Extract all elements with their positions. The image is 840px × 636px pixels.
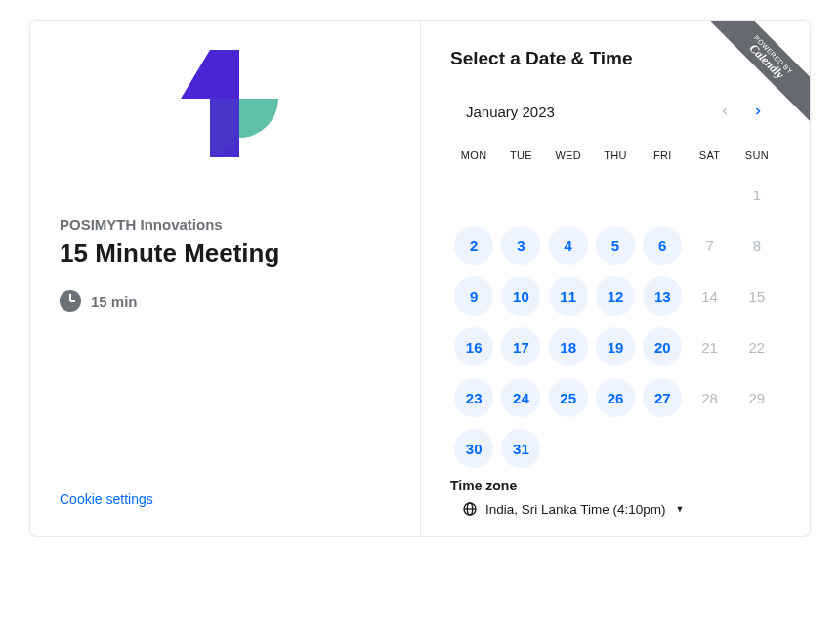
logo-box [30, 21, 420, 191]
day-cell: 1 [734, 173, 780, 216]
week-row: 3031 [450, 427, 780, 470]
company-logo-icon [167, 42, 284, 169]
meeting-title: 15 Minute Meeting [60, 238, 391, 269]
available-date-button[interactable]: 10 [501, 276, 540, 316]
day-cell: 2 [450, 224, 497, 267]
cookie-settings-link[interactable]: Cookie settings [60, 472, 391, 517]
available-date-button[interactable]: 4 [549, 226, 588, 265]
week-row: 9101112131415 [450, 275, 780, 318]
unavailable-date: 7 [691, 226, 730, 265]
unavailable-date: 28 [691, 378, 730, 417]
available-date-button[interactable]: 16 [454, 327, 493, 366]
day-cell: 10 [497, 275, 544, 318]
available-date-button[interactable]: 11 [549, 276, 588, 316]
day-cell: 5 [592, 224, 639, 267]
day-cell: 6 [639, 224, 686, 267]
next-month-button[interactable] [741, 95, 775, 128]
day-cell: 23 [450, 376, 497, 419]
duration-text: 15 min [91, 293, 138, 310]
day-cell: 21 [686, 325, 733, 368]
week-row: 16171819202122 [450, 325, 780, 368]
day-cell: 20 [639, 325, 686, 368]
available-date-button[interactable]: 9 [454, 276, 493, 316]
day-cell: 9 [450, 275, 497, 318]
unavailable-date: 8 [737, 226, 777, 265]
day-cell [686, 427, 733, 470]
prev-month-button[interactable] [708, 95, 741, 128]
weekday-cell: FRI [639, 146, 686, 165]
day-cell: 25 [545, 376, 592, 419]
month-label: January 2023 [456, 104, 708, 120]
caret-down-icon: ▼ [676, 504, 685, 514]
unavailable-date: 1 [737, 175, 777, 214]
weekday-cell: SAT [686, 146, 733, 165]
day-cell: 4 [545, 224, 592, 267]
weekday-header: MONTUEWEDTHUFRISATSUN [450, 146, 780, 165]
available-date-button[interactable]: 24 [501, 378, 540, 417]
week-row: 23242526272829 [450, 376, 780, 419]
available-date-button[interactable]: 3 [501, 226, 540, 265]
day-cell: 3 [497, 224, 544, 267]
duration-row: 15 min [60, 290, 391, 312]
day-cell: 13 [639, 275, 686, 318]
day-cell [686, 173, 733, 216]
weekday-cell: SUN [734, 146, 780, 165]
day-cell: 15 [734, 275, 780, 318]
left-panel: POSIMYTH Innovations 15 Minute Meeting 1… [30, 21, 421, 536]
day-cell [592, 173, 639, 216]
day-cell: 22 [734, 325, 780, 368]
day-cell [639, 173, 686, 216]
available-date-button[interactable]: 18 [549, 327, 588, 366]
right-panel: POWERED BY Calendly Select a Date & Time… [421, 21, 810, 536]
day-cell [545, 173, 592, 216]
unavailable-date: 15 [737, 276, 777, 316]
day-cell: 7 [686, 224, 733, 267]
available-date-button[interactable]: 2 [454, 226, 493, 265]
day-cell: 14 [686, 275, 733, 318]
available-date-button[interactable]: 31 [501, 429, 540, 468]
available-date-button[interactable]: 27 [643, 378, 682, 417]
chevron-right-icon [752, 106, 764, 117]
available-date-button[interactable]: 5 [596, 226, 635, 265]
available-date-button[interactable]: 30 [454, 429, 493, 468]
company-name: POSIMYTH Innovations [60, 216, 391, 233]
available-date-button[interactable]: 25 [549, 378, 588, 417]
unavailable-date: 14 [691, 276, 730, 316]
available-date-button[interactable]: 17 [501, 327, 540, 366]
day-cell: 28 [686, 376, 733, 419]
available-date-button[interactable]: 13 [643, 276, 682, 316]
available-date-button[interactable]: 6 [643, 226, 682, 265]
day-cell: 17 [497, 325, 544, 368]
day-cell [592, 427, 639, 470]
available-date-button[interactable]: 20 [643, 327, 682, 366]
calendar-body: 1234567891011121314151617181920212223242… [450, 173, 780, 470]
day-cell: 19 [592, 325, 639, 368]
day-cell [639, 427, 686, 470]
available-date-button[interactable]: 19 [596, 327, 635, 366]
day-cell [545, 427, 592, 470]
day-cell: 8 [734, 224, 780, 267]
available-date-button[interactable]: 26 [596, 378, 635, 417]
day-cell: 29 [734, 376, 780, 419]
select-heading: Select a Date & Time [450, 48, 780, 69]
weekday-cell: MON [450, 146, 497, 165]
available-date-button[interactable]: 12 [596, 276, 635, 316]
day-cell: 16 [450, 325, 497, 368]
globe-icon [462, 501, 478, 517]
timezone-selector[interactable]: India, Sri Lanka Time (4:10pm) ▼ [450, 501, 780, 517]
day-cell: 12 [592, 275, 639, 318]
weekday-cell: THU [592, 146, 639, 165]
week-row: 1 [450, 173, 780, 216]
unavailable-date: 22 [737, 327, 777, 366]
scheduler-card: POSIMYTH Innovations 15 Minute Meeting 1… [29, 20, 811, 537]
unavailable-date: 21 [691, 327, 730, 366]
timezone-label: Time zone [450, 478, 780, 493]
day-cell [450, 173, 497, 216]
day-cell: 18 [545, 325, 592, 368]
day-cell: 27 [639, 376, 686, 419]
day-cell: 26 [592, 376, 639, 419]
chevron-left-icon [719, 106, 731, 117]
day-cell: 31 [497, 427, 544, 470]
available-date-button[interactable]: 23 [454, 378, 493, 417]
day-cell: 24 [497, 376, 544, 419]
